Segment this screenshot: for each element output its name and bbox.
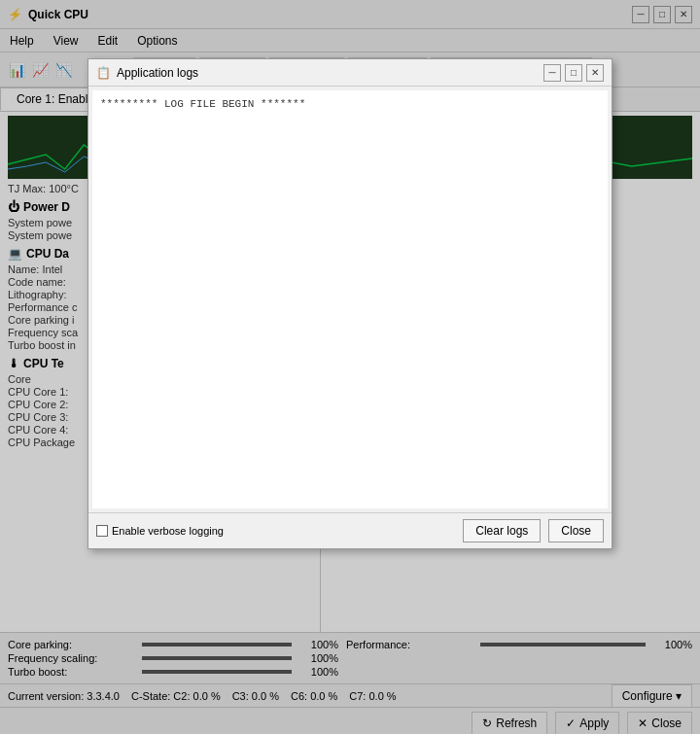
modal-title-bar: 📋 Application logs ─ □ ✕ [88, 59, 612, 87]
clear-logs-button[interactable]: Clear logs [463, 519, 541, 542]
modal-title: Application logs [117, 66, 198, 80]
application-logs-modal: 📋 Application logs ─ □ ✕ ********* LOG F… [88, 58, 612, 549]
verbose-logging-label[interactable]: Enable verbose logging [96, 525, 224, 537]
modal-close-logs-button[interactable]: Close [548, 519, 604, 542]
modal-logs-icon: 📋 [96, 66, 111, 80]
log-file-begin: ********* LOG FILE BEGIN ******* [100, 98, 305, 110]
modal-overlay: 📋 Application logs ─ □ ✕ ********* LOG F… [0, 0, 700, 734]
modal-minimize-button[interactable]: ─ [543, 64, 561, 82]
verbose-logging-checkbox[interactable] [96, 525, 108, 537]
modal-log-content: ********* LOG FILE BEGIN ******* [92, 90, 608, 508]
modal-close-button[interactable]: ✕ [586, 64, 604, 82]
modal-maximize-button[interactable]: □ [565, 64, 582, 82]
modal-footer: Enable verbose logging Clear logs Close [88, 512, 612, 548]
